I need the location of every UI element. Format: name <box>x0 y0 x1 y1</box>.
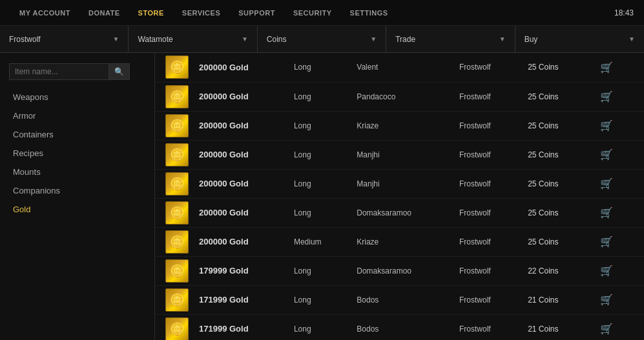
item-duration: Medium <box>286 227 349 256</box>
add-to-cart-button[interactable]: 🛒 <box>595 233 618 250</box>
top-navigation: MY ACCOUNT DONATE STORE SERVICES SUPPORT… <box>0 0 644 26</box>
item-name: 171999 Gold <box>191 314 286 340</box>
table-row: 🪙 171999 Gold Long Bodos Frostwolf 21 Co… <box>155 285 644 314</box>
item-name: 200000 Gold <box>191 82 286 111</box>
gold-icon: 🪙 <box>165 55 189 79</box>
filter-bar: Frostwolf ▼ Watamote ▼ Coins ▼ Trade ▼ B… <box>0 26 644 53</box>
nav-my-account[interactable]: MY ACCOUNT <box>10 9 79 17</box>
item-seller: Bodos <box>349 285 452 314</box>
item-seller: Valent <box>349 53 452 82</box>
gold-icon: 🪙 <box>165 114 189 137</box>
add-to-cart-button[interactable]: 🛒 <box>595 146 618 163</box>
item-name: 200000 Gold <box>191 198 286 227</box>
item-realm: Frostwolf <box>452 198 520 227</box>
cart-cell: 🛒 <box>587 285 644 314</box>
item-price: 25 Coins <box>520 53 587 82</box>
item-duration: Long <box>286 82 349 111</box>
gold-icon: 🪙 <box>165 288 189 312</box>
sidebar-item-mounts[interactable]: Mounts <box>0 163 154 181</box>
add-to-cart-button[interactable]: 🛒 <box>595 291 618 308</box>
item-price: 21 Coins <box>520 285 587 314</box>
gold-icon: 🪙 <box>165 317 189 341</box>
item-icon-cell: 🪙 <box>155 285 191 314</box>
add-to-cart-button[interactable]: 🛒 <box>595 175 618 192</box>
category-value: Coins <box>267 35 287 44</box>
add-to-cart-button[interactable]: 🛒 <box>595 204 618 221</box>
gold-icon: 🪙 <box>165 230 189 254</box>
nav-store[interactable]: STORE <box>129 9 173 17</box>
item-duration: Long <box>286 285 349 314</box>
cart-cell: 🛒 <box>587 227 644 256</box>
item-realm: Frostwolf <box>452 53 520 82</box>
item-seller: Domaksaramoo <box>349 198 452 227</box>
item-seller: Manjhi <box>349 140 452 169</box>
item-name: 200000 Gold <box>191 169 286 198</box>
item-name: 200000 Gold <box>191 140 286 169</box>
item-realm: Frostwolf <box>452 111 520 140</box>
character-value: Watamote <box>138 35 172 44</box>
sidebar-item-recipes[interactable]: Recipes <box>0 144 154 163</box>
sidebar-item-companions[interactable]: Companions <box>0 181 154 200</box>
add-to-cart-button[interactable]: 🛒 <box>595 59 618 76</box>
gold-icon: 🪙 <box>165 259 189 283</box>
chevron-down-icon: ▼ <box>370 35 377 43</box>
chevron-down-icon: ▼ <box>242 35 248 43</box>
item-price: 21 Coins <box>520 314 587 340</box>
cart-cell: 🛒 <box>587 198 644 227</box>
item-price: 25 Coins <box>520 140 587 169</box>
add-to-cart-button[interactable]: 🛒 <box>595 262 618 279</box>
sidebar: 🔍 Weapons Armor Containers Recipes Mount… <box>0 53 155 340</box>
item-price: 25 Coins <box>520 111 587 140</box>
item-duration: Long <box>286 53 349 82</box>
item-icon-cell: 🪙 <box>155 169 191 198</box>
search-button[interactable]: 🔍 <box>109 63 130 80</box>
nav-settings[interactable]: SETTINGS <box>341 9 397 17</box>
realm-filter[interactable]: Frostwolf ▼ <box>0 26 129 52</box>
table-row: 🪙 200000 Gold Long Pandacoco Frostwolf 2… <box>155 82 644 111</box>
table-row: 🪙 171999 Gold Long Bodos Frostwolf 21 Co… <box>155 314 644 340</box>
sidebar-item-armor[interactable]: Armor <box>0 106 154 125</box>
item-seller: Kriaze <box>349 227 452 256</box>
item-name: 200000 Gold <box>191 227 286 256</box>
category-filter[interactable]: Coins ▼ <box>258 26 386 52</box>
character-filter[interactable]: Watamote ▼ <box>129 26 257 52</box>
realm-value: Frostwolf <box>9 35 41 44</box>
sidebar-item-gold[interactable]: Gold <box>0 200 154 219</box>
item-price: 25 Coins <box>520 227 587 256</box>
item-duration: Long <box>286 140 349 169</box>
trade-filter[interactable]: Trade ▼ <box>386 26 515 52</box>
add-to-cart-button[interactable]: 🛒 <box>595 320 618 337</box>
item-name: 179999 Gold <box>191 256 286 285</box>
item-realm: Frostwolf <box>452 169 520 198</box>
sidebar-item-containers[interactable]: Containers <box>0 125 154 144</box>
item-seller: Manjhi <box>349 169 452 198</box>
gold-icon: 🪙 <box>165 85 189 108</box>
table-row: 🪙 200000 Gold Long Domaksaramoo Frostwol… <box>155 198 644 227</box>
clock: 18:43 <box>614 8 634 17</box>
add-to-cart-button[interactable]: 🛒 <box>595 117 618 134</box>
item-duration: Long <box>286 169 349 198</box>
table-row: 🪙 200000 Gold Long Valent Frostwolf 25 C… <box>155 53 644 82</box>
add-to-cart-button[interactable]: 🛒 <box>595 88 618 105</box>
nav-donate[interactable]: DONATE <box>79 9 129 17</box>
nav-support[interactable]: SUPPORT <box>229 9 284 17</box>
table-row: 🪙 200000 Gold Long Manjhi Frostwolf 25 C… <box>155 140 644 169</box>
item-duration: Long <box>286 314 349 340</box>
sidebar-item-weapons[interactable]: Weapons <box>0 88 154 106</box>
item-icon-cell: 🪙 <box>155 198 191 227</box>
search-bar: 🔍 <box>9 63 145 80</box>
item-realm: Frostwolf <box>452 256 520 285</box>
nav-services[interactable]: SERVICES <box>173 9 229 17</box>
search-input[interactable] <box>9 63 109 80</box>
item-price: 25 Coins <box>520 82 587 111</box>
item-icon-cell: 🪙 <box>155 314 191 340</box>
items-table: 🪙 200000 Gold Long Valent Frostwolf 25 C… <box>155 53 644 340</box>
item-realm: Frostwolf <box>452 140 520 169</box>
gold-icon: 🪙 <box>165 201 189 225</box>
table-row: 🪙 200000 Gold Medium Kriaze Frostwolf 25… <box>155 227 644 256</box>
buy-filter[interactable]: Buy ▼ <box>515 26 644 52</box>
item-seller: Domaksaramoo <box>349 256 452 285</box>
cart-cell: 🛒 <box>587 82 644 111</box>
item-icon-cell: 🪙 <box>155 256 191 285</box>
nav-security[interactable]: SECURITY <box>284 9 341 17</box>
